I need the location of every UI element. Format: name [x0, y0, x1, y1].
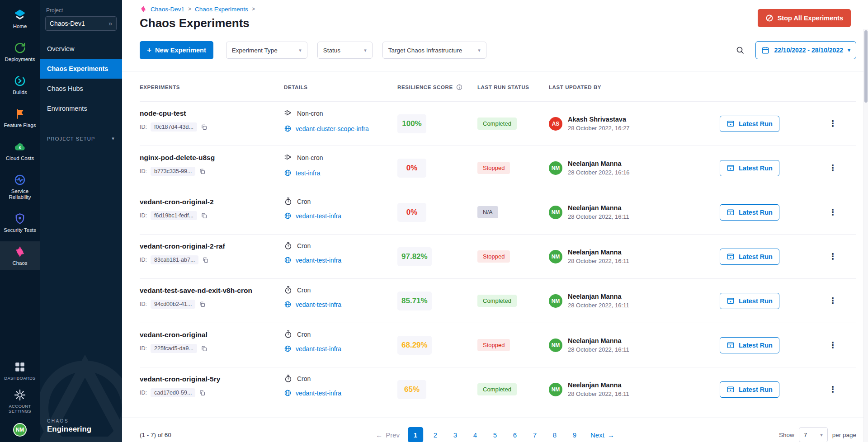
latest-run-button[interactable]: Latest Run — [720, 337, 779, 353]
sidebar-item-home[interactable]: Home — [0, 5, 40, 33]
project-selector[interactable]: Chaos-Dev1 » — [45, 16, 117, 31]
sidebar-item-chaos-hubs[interactable]: Chaos Hubs — [40, 79, 122, 99]
copy-icon[interactable] — [199, 390, 206, 396]
experiment-name[interactable]: vedant-cron-original-2 — [140, 198, 284, 206]
search-button[interactable] — [736, 46, 745, 55]
latest-run-button[interactable]: Latest Run — [720, 116, 779, 132]
page-number-button[interactable]: 6 — [507, 427, 523, 442]
experiment-cell: vedant-cron-original-2-raf ID: 83cab181-… — [140, 235, 284, 278]
project-setup-toggle[interactable]: PROJECT SETUP ▾ — [40, 136, 122, 141]
filter-target-chaos-infrastructure[interactable]: Target Chaos Infrastructure ▾ — [382, 42, 486, 59]
latest-run-button[interactable]: Latest Run — [720, 249, 779, 265]
page-number-button[interactable]: 1 — [408, 427, 423, 442]
infrastructure-link[interactable]: vedant-test-infra — [296, 301, 341, 308]
sidebar-item-service-reliability[interactable]: Service Reliability — [0, 169, 40, 204]
latest-run-button[interactable]: Latest Run — [720, 293, 779, 309]
sidebar-item-dashboards[interactable]: DASHBOARDS — [0, 357, 40, 384]
table-row[interactable]: node-cpu-test ID: f0c187d4-43d... Non-cr… — [140, 101, 856, 146]
page-number-button[interactable]: 4 — [467, 427, 483, 442]
sidebar-item-feature-flags[interactable]: Feature Flags — [0, 103, 40, 132]
page-number-button[interactable]: 9 — [567, 427, 582, 442]
infrastructure-link[interactable]: vedant-test-infra — [296, 390, 341, 397]
latest-run-label: Latest Run — [739, 253, 773, 260]
experiment-name[interactable]: vedant-cron-original-2-raf — [140, 242, 284, 250]
scrollbar-thumb[interactable] — [864, 30, 868, 103]
page-number-button[interactable]: 5 — [487, 427, 503, 442]
pagination-range: (1 - 7) of 60 — [140, 432, 171, 438]
resilience-score-cell: 97.82% — [397, 235, 477, 278]
breadcrumb: Chaos-Dev1 > Chaos Experiments > — [140, 0, 856, 13]
experiment-name[interactable]: node-cpu-test — [140, 109, 284, 118]
copy-icon[interactable] — [199, 301, 206, 308]
copy-icon[interactable] — [202, 257, 209, 263]
kebab-menu-icon[interactable]: ⋮ — [829, 384, 837, 395]
kebab-menu-icon[interactable]: ⋮ — [829, 163, 837, 173]
next-page-button[interactable]: Next → — [590, 431, 614, 439]
info-icon[interactable] — [456, 84, 462, 90]
filter-experiment-type[interactable]: Experiment Type ▾ — [226, 42, 307, 59]
infrastructure-link[interactable]: test-infra — [296, 169, 320, 177]
schedule-type-label: Cron — [297, 198, 311, 205]
infrastructure-link[interactable]: vedant-test-infra — [296, 212, 341, 220]
kebab-menu-icon[interactable]: ⋮ — [829, 340, 837, 350]
sidebar-item-overview[interactable]: Overview — [40, 39, 122, 59]
experiment-name[interactable]: nginx-pod-delete-u8sg — [140, 154, 284, 162]
sidebar-item-account-settings[interactable]: ACCOUNT SETTINGS — [0, 386, 40, 417]
new-experiment-button[interactable]: + New Experiment — [140, 41, 213, 59]
latest-run-cell: Latest Run — [720, 102, 809, 146]
stop-all-experiments-button[interactable]: Stop All Experiments — [758, 9, 851, 27]
kebab-menu-icon[interactable]: ⋮ — [829, 118, 837, 129]
table-row[interactable]: vedant-test-save-nd-exit-v8h-cron ID: 94… — [140, 278, 856, 323]
sidebar-item-environments[interactable]: Environments — [40, 99, 122, 118]
resilience-score-cell: 68.29% — [397, 323, 477, 367]
page-number-button[interactable]: 8 — [547, 427, 562, 442]
sidebar-item-deployments[interactable]: Deployments — [0, 38, 40, 66]
sidebar-item-security-tests[interactable]: Security Tests — [0, 208, 40, 237]
kebab-menu-icon[interactable]: ⋮ — [829, 251, 837, 262]
table-row[interactable]: vedant-cron-original ID: 225fcad5-da9...… — [140, 323, 856, 367]
non-cron-icon — [284, 153, 292, 163]
breadcrumb-link-project[interactable]: Chaos-Dev1 — [151, 6, 184, 13]
copy-icon[interactable] — [201, 212, 208, 219]
experiment-name[interactable]: vedant-cron-original-5ry — [140, 375, 284, 383]
run-report-icon — [726, 341, 735, 349]
latest-run-cell: Latest Run — [720, 279, 809, 323]
date-range-picker[interactable]: 22/10/2022 - 28/10/2022 ▾ — [755, 41, 856, 59]
infrastructure-link[interactable]: vedant-test-infra — [296, 345, 341, 353]
kebab-menu-icon[interactable]: ⋮ — [829, 207, 837, 217]
kebab-menu-icon[interactable]: ⋮ — [829, 296, 837, 306]
page-number-button[interactable]: 2 — [428, 427, 443, 442]
copy-icon[interactable] — [201, 124, 208, 131]
infrastructure-link[interactable]: vedant-cluster-scope-infra — [296, 125, 369, 132]
user-avatar[interactable]: NM — [13, 423, 27, 437]
latest-run-button[interactable]: Latest Run — [720, 381, 779, 398]
table-row[interactable]: nginx-pod-delete-u8sg ID: b773c335-99...… — [140, 146, 856, 190]
breadcrumb-link-experiments[interactable]: Chaos Experiments — [195, 6, 248, 13]
copy-icon[interactable] — [201, 345, 208, 352]
latest-run-button[interactable]: Latest Run — [720, 204, 779, 221]
experiment-name[interactable]: vedant-cron-original — [140, 331, 284, 339]
table-row[interactable]: vedant-cron-original-2 ID: f6d19bc1-fedf… — [140, 190, 856, 234]
status-badge: Stopped — [477, 339, 510, 351]
filter-status[interactable]: Status ▾ — [317, 42, 373, 59]
updated-date: 28 October 2022, 16:16 — [568, 169, 630, 176]
table-row[interactable]: vedant-cron-original-2-raf ID: 83cab181-… — [140, 234, 856, 278]
page-number-button[interactable]: 7 — [527, 427, 542, 442]
latest-run-button[interactable]: Latest Run — [720, 160, 779, 176]
sidebar-item-builds[interactable]: Builds — [0, 71, 40, 99]
experiment-name[interactable]: vedant-test-save-nd-exit-v8h-cron — [140, 287, 284, 295]
user-name: Neelanjan Manna — [568, 204, 629, 212]
sidebar-item-chaos[interactable]: Chaos — [0, 241, 40, 270]
pagination-bar: (1 - 7) of 60 ← Prev 1 2 3 4 5 6 7 8 9 N… — [122, 418, 868, 442]
id-label: ID: — [140, 124, 147, 130]
table-row[interactable]: vedant-cron-original-5ry ID: cad17ed0-59… — [140, 367, 856, 411]
copy-icon[interactable] — [199, 168, 206, 175]
experiment-id-chip: 94cd00b2-41... — [151, 300, 195, 309]
sidebar-item-cloud-costs[interactable]: $ Cloud Costs — [0, 136, 40, 165]
sidebar-item-chaos-experiments[interactable]: Chaos Experiments — [40, 59, 122, 79]
infrastructure-link[interactable]: vedant-test-infra — [296, 257, 341, 264]
per-page-select[interactable]: 7 ▾ — [799, 427, 828, 442]
prev-page-button[interactable]: ← Prev — [376, 431, 400, 439]
page-buttons: 1 2 3 4 5 6 7 8 9 — [408, 427, 582, 442]
page-number-button[interactable]: 3 — [448, 427, 463, 442]
